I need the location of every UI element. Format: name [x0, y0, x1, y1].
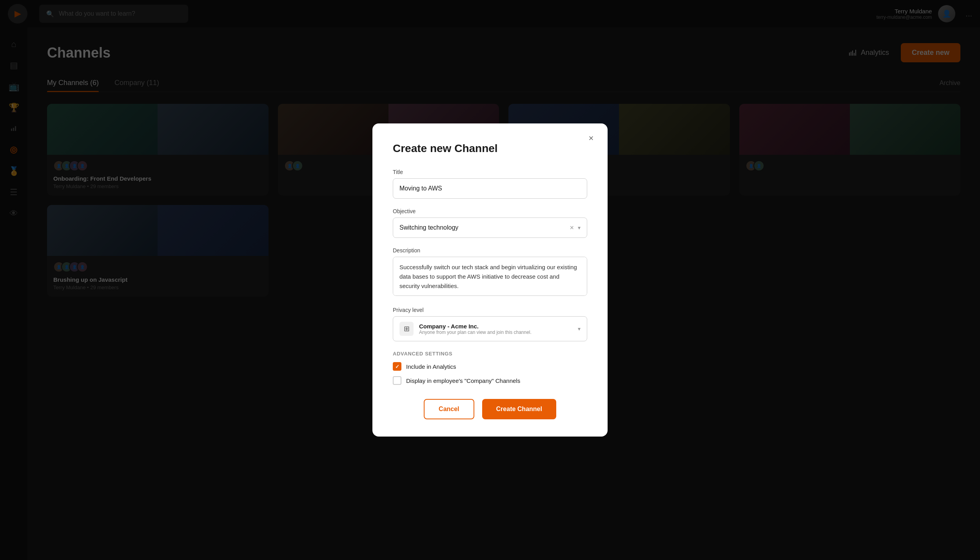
- create-channel-button[interactable]: Create Channel: [482, 399, 556, 419]
- company-icon: ⊞: [399, 322, 414, 336]
- advanced-settings-label: Advanced settings: [393, 351, 587, 357]
- chevron-down-icon: ▾: [578, 225, 581, 231]
- checkbox-label-analytics: Include in Analytics: [406, 363, 456, 370]
- modal-title: Create new Channel: [393, 142, 587, 155]
- description-field-group: Description: [393, 247, 587, 297]
- objective-field-group: Objective Switching technology × ▾: [393, 208, 587, 238]
- checkbox-group: Include in Analytics Display in employee…: [393, 362, 587, 385]
- title-input[interactable]: [393, 178, 587, 199]
- checkbox-box-company[interactable]: [393, 376, 401, 385]
- privacy-field-group: Privacy level ⊞ Company - Acme Inc. Anyo…: [393, 307, 587, 341]
- privacy-name: Company - Acme Inc.: [419, 323, 532, 330]
- privacy-desc: Anyone from your plan can view and join …: [419, 330, 532, 335]
- create-channel-modal: × Create new Channel Title Objective Swi…: [372, 123, 608, 437]
- objective-label: Objective: [393, 208, 587, 214]
- title-label: Title: [393, 169, 587, 175]
- modal-actions: Cancel Create Channel: [393, 399, 587, 419]
- privacy-chevron-icon: ▾: [578, 326, 581, 332]
- description-textarea[interactable]: [393, 257, 587, 296]
- privacy-label: Privacy level: [393, 307, 587, 313]
- advanced-settings-group: Advanced settings Include in Analytics D…: [393, 351, 587, 385]
- cancel-button[interactable]: Cancel: [424, 399, 474, 419]
- checkbox-box-analytics[interactable]: [393, 362, 401, 371]
- include-analytics-checkbox[interactable]: Include in Analytics: [393, 362, 587, 371]
- objective-select[interactable]: Switching technology × ▾: [393, 217, 587, 238]
- checkbox-label-company: Display in employee's "Company" Channels: [406, 377, 520, 384]
- title-field-group: Title: [393, 169, 587, 199]
- modal-close-button[interactable]: ×: [584, 131, 598, 145]
- description-label: Description: [393, 247, 587, 254]
- objective-value: Switching technology: [399, 224, 458, 231]
- display-company-checkbox[interactable]: Display in employee's "Company" Channels: [393, 376, 587, 385]
- objective-select-wrapper: Switching technology × ▾: [393, 217, 587, 238]
- privacy-select[interactable]: ⊞ Company - Acme Inc. Anyone from your p…: [393, 316, 587, 341]
- select-clear-icon[interactable]: ×: [570, 224, 574, 232]
- modal-overlay[interactable]: × Create new Channel Title Objective Swi…: [0, 0, 980, 560]
